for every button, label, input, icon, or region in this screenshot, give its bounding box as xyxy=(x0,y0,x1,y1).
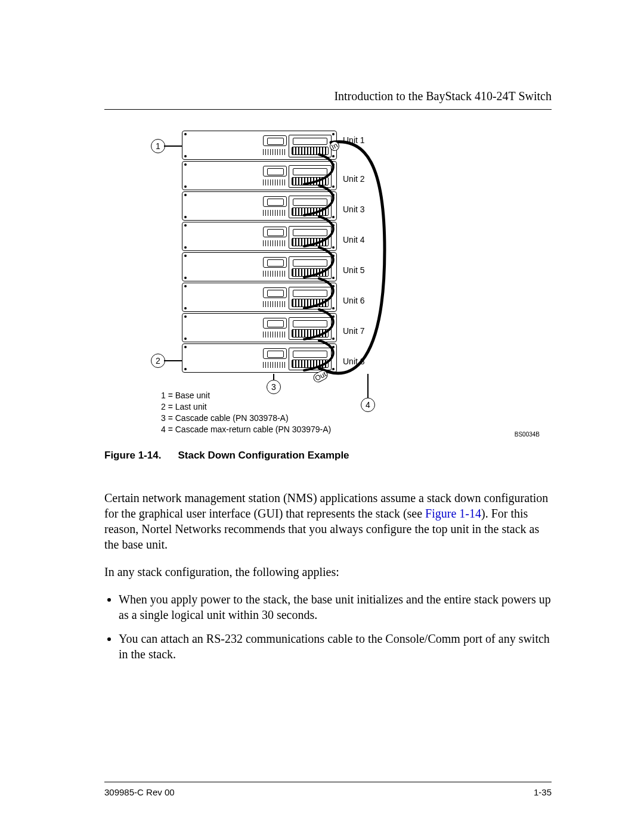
figure: 1 2 3 4 Unit 1 Unit 2 Unit 3 Unit 4 Unit… xyxy=(104,131,552,438)
caption-title: Stack Down Configuration Example xyxy=(178,450,349,461)
paragraph-1: Certain network management station (NMS)… xyxy=(104,490,552,552)
legend-line-1: 1 = Base unit xyxy=(161,390,331,401)
bullet-2: You can attach an RS-232 communications … xyxy=(119,631,552,662)
figure-legend: 1 = Base unit 2 = Last unit 3 = Cascade … xyxy=(161,390,331,435)
figure-caption: Figure 1-14.Stack Down Configuration Exa… xyxy=(104,450,552,462)
body-text: Certain network management station (NMS)… xyxy=(104,478,552,670)
page: Introduction to the BayStack 410-24T Swi… xyxy=(0,0,644,833)
legend-line-3: 3 = Cascade cable (PN 303978-A) xyxy=(161,413,331,424)
figure-code: BS0034B xyxy=(515,431,540,438)
callout-4: 4 xyxy=(361,398,375,412)
legend-line-2: 2 = Last unit xyxy=(161,401,331,413)
footer-rule xyxy=(104,782,552,782)
header-rule xyxy=(104,109,552,110)
figure-link[interactable]: Figure 1-14 xyxy=(425,507,481,520)
doc-number: 309985-C Rev 00 xyxy=(104,787,175,797)
caption-number: Figure 1-14. xyxy=(104,450,161,461)
legend-line-4: 4 = Cascade max-return cable (PN 303979-… xyxy=(161,424,331,435)
bullet-list: When you apply power to the stack, the b… xyxy=(104,592,552,662)
cascade-cables xyxy=(104,131,462,387)
page-footer: 309985-C Rev 00 1-35 xyxy=(104,787,552,797)
running-header: Introduction to the BayStack 410-24T Swi… xyxy=(104,89,552,103)
paragraph-2: In any stack configuration, the followin… xyxy=(104,564,552,580)
bullet-1: When you apply power to the stack, the b… xyxy=(119,592,552,623)
page-number: 1-35 xyxy=(534,787,552,797)
